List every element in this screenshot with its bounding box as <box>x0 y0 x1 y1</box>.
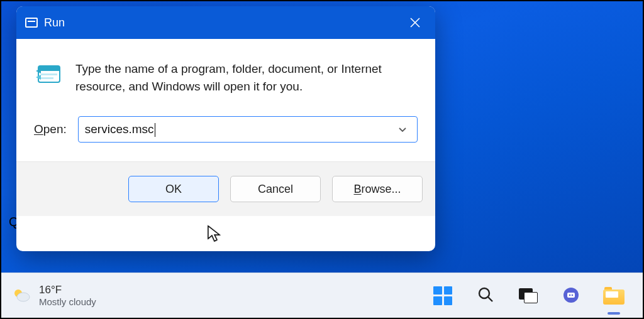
task-view-icon <box>519 288 538 303</box>
dialog-description: Type the name of a program, folder, docu… <box>75 59 418 95</box>
run-dialog: Run Type the name of a program, folder, … <box>16 6 435 251</box>
open-combobox[interactable]: services.msc <box>78 116 418 143</box>
open-label: Open: <box>34 122 67 136</box>
file-explorer-button[interactable] <box>601 283 626 308</box>
chat-button[interactable] <box>558 283 584 308</box>
weather-text: 16°F Mostly cloudy <box>39 284 96 307</box>
search-icon <box>477 286 494 305</box>
browse-button[interactable]: Browse... <box>332 176 423 202</box>
svg-point-12 <box>569 294 571 296</box>
close-button[interactable] <box>395 6 435 39</box>
svg-point-7 <box>17 293 30 301</box>
chevron-down-icon <box>398 125 407 134</box>
dropdown-toggle[interactable] <box>394 117 411 142</box>
start-button[interactable] <box>430 283 455 308</box>
run-app-icon <box>25 18 38 28</box>
cancel-button[interactable]: Cancel <box>230 176 321 202</box>
svg-point-13 <box>572 294 574 296</box>
ok-button[interactable]: OK <box>128 176 219 202</box>
button-row: OK Cancel Browse... <box>16 161 435 216</box>
folder-icon <box>603 287 625 305</box>
svg-rect-4 <box>41 73 57 75</box>
svg-rect-5 <box>41 77 53 79</box>
weather-condition: Mostly cloudy <box>39 296 96 307</box>
chat-icon <box>561 286 581 306</box>
run-icon <box>34 59 64 89</box>
window-title: Run <box>44 16 65 30</box>
svg-rect-11 <box>567 293 575 298</box>
svg-line-9 <box>488 297 492 301</box>
weather-temp: 16°F <box>39 284 96 296</box>
close-icon <box>409 17 421 28</box>
svg-point-8 <box>479 288 489 298</box>
dialog-content: Type the name of a program, folder, docu… <box>16 39 435 251</box>
svg-rect-3 <box>38 66 60 71</box>
active-indicator <box>608 312 620 315</box>
weather-icon <box>11 285 31 305</box>
search-button[interactable] <box>473 283 498 308</box>
windows-logo-icon <box>433 286 452 305</box>
taskbar[interactable]: 16°F Mostly cloudy <box>1 273 643 318</box>
open-input[interactable]: services.msc <box>85 122 394 137</box>
titlebar[interactable]: Run <box>16 6 435 39</box>
weather-widget[interactable]: 16°F Mostly cloudy <box>11 284 96 307</box>
task-view-button[interactable] <box>516 283 541 308</box>
